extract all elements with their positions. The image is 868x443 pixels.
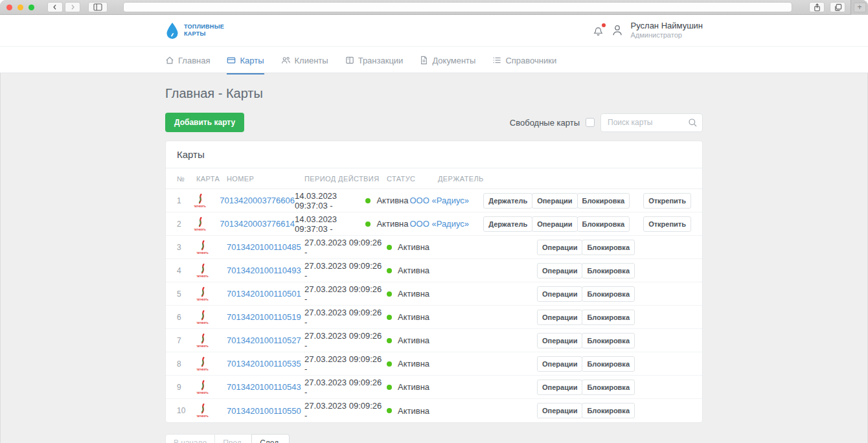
window-minimize-button[interactable] xyxy=(17,5,23,10)
action-button-block[interactable]: Блокировка xyxy=(582,403,635,418)
status-dot-icon xyxy=(387,338,392,343)
cards-panel: Карты № КАРТА НОМЕР ПЕРИОД ДЕЙСТВИЯ СТАТ… xyxy=(165,141,703,423)
action-button-operations[interactable]: Операции xyxy=(532,216,577,232)
card-period: 14.03.2023 09:37:03 - xyxy=(295,214,365,234)
action-button-block[interactable]: Блокировка xyxy=(582,380,635,395)
credit-card-icon xyxy=(227,56,236,65)
card-cell: ТАТНЕФТЬ xyxy=(196,286,227,302)
action-button-holder[interactable]: Держатель xyxy=(483,216,532,232)
col-header-card: КАРТА xyxy=(196,175,227,183)
row-actions: ОперацииБлокировка xyxy=(537,333,635,348)
card-number-link[interactable]: 7013420003776614 xyxy=(220,219,295,229)
browser-forward-button[interactable] xyxy=(65,2,80,12)
svg-text:ТАТНЕФТЬ: ТАТНЕФТЬ xyxy=(196,251,209,254)
row-actions-cell: ДержательОперацииБлокировка Открепить xyxy=(483,193,691,209)
share-icon xyxy=(813,3,821,12)
document-icon xyxy=(420,56,428,65)
nav-item-transactions[interactable]: Транзакции xyxy=(345,47,404,74)
action-button-block[interactable]: Блокировка xyxy=(577,216,630,232)
free-cards-checkbox[interactable] xyxy=(586,118,595,127)
action-button-operations[interactable]: Операции xyxy=(537,310,582,325)
share-button[interactable] xyxy=(809,2,825,12)
row-actions-cell: ОперацииБлокировка xyxy=(523,310,691,325)
status-dot-icon xyxy=(387,315,392,320)
action-button-operations[interactable]: Операции xyxy=(537,286,582,302)
window-zoom-button[interactable] xyxy=(29,5,34,10)
svg-text:ТАТНЕФТЬ: ТАТНЕФТЬ xyxy=(194,228,206,231)
holder-link[interactable]: ООО «Радиус» xyxy=(409,196,469,205)
card-number-link[interactable]: 7013420100110535 xyxy=(227,359,301,369)
status-dot-icon xyxy=(365,222,371,227)
tatneft-flame-icon: ТАТНЕФТЬ xyxy=(194,216,220,232)
holder-link[interactable]: ООО «Радиус» xyxy=(409,219,469,229)
svg-text:ТАТНЕФТЬ: ТАТНЕФТЬ xyxy=(196,391,209,394)
new-tab-button[interactable]: + xyxy=(854,3,866,12)
card-number-link[interactable]: 7013420100110543 xyxy=(227,382,301,392)
row-actions: ОперацииБлокировка xyxy=(537,263,635,278)
nav-item-documents[interactable]: Документы xyxy=(420,47,475,74)
pagination-prev-button[interactable]: Пред. xyxy=(214,434,252,443)
card-period: 27.03.2023 09:09:26 - xyxy=(304,354,387,374)
home-icon xyxy=(165,56,174,65)
user-info[interactable]: Руслан Наймушин Администратор xyxy=(631,21,703,40)
action-button-operations[interactable]: Операции xyxy=(537,403,582,418)
action-button-detach[interactable]: Открепить xyxy=(643,216,691,232)
action-button-block[interactable]: Блокировка xyxy=(582,333,635,348)
tatneft-flame-icon: ТАТНЕФТЬ xyxy=(194,193,220,209)
magnifier-icon[interactable] xyxy=(688,118,698,128)
nav-item-clients[interactable]: Клиенты xyxy=(281,47,328,74)
action-button-holder[interactable]: Держатель xyxy=(483,193,532,209)
card-cell: ТАТНЕФТЬ xyxy=(196,356,227,372)
browser-back-button[interactable] xyxy=(47,2,63,12)
row-actions-cell: ОперацииБлокировка xyxy=(523,403,691,418)
user-menu[interactable] xyxy=(611,24,624,37)
action-button-operations[interactable]: Операции xyxy=(537,333,582,348)
table-row: 10 ТАТНЕФТЬ 7013420100110550 27.03.2023 … xyxy=(166,399,702,422)
action-button-operations[interactable]: Операции xyxy=(532,193,577,209)
nav-item-references[interactable]: Справочники xyxy=(492,47,556,74)
sidebar-toggle-button[interactable] xyxy=(88,2,108,12)
pagination-first-button[interactable]: В начало xyxy=(165,434,215,443)
tatneft-flame-icon: ТАТНЕФТЬ xyxy=(196,356,227,372)
action-button-operations[interactable]: Операции xyxy=(537,380,582,395)
row-index: 7 xyxy=(177,336,196,345)
action-button-block[interactable]: Блокировка xyxy=(582,263,635,278)
svg-text:ТАТНЕФТЬ: ТАТНЕФТЬ xyxy=(196,368,209,370)
nav-item-cards[interactable]: Карты xyxy=(227,47,264,74)
action-button-operations[interactable]: Операции xyxy=(537,356,582,372)
card-number-link[interactable]: 7013420100110519 xyxy=(227,312,301,322)
table-row: 9 ТАТНЕФТЬ 7013420100110543 27.03.2023 0… xyxy=(166,376,702,399)
nav-item-home[interactable]: Главная xyxy=(165,47,210,74)
tab-overview-button[interactable] xyxy=(830,2,845,12)
action-button-detach[interactable]: Открепить xyxy=(643,193,691,209)
action-button-operations[interactable]: Операции xyxy=(537,240,582,255)
address-bar[interactable] xyxy=(123,2,792,12)
svg-text:ТАТНЕФТЬ: ТАТНЕФТЬ xyxy=(196,321,209,324)
card-number-link[interactable]: 7013420100110550 xyxy=(227,406,301,416)
row-actions-cell: ДержательОперацииБлокировка Открепить xyxy=(483,216,691,232)
action-button-block[interactable]: Блокировка xyxy=(582,310,635,325)
card-number-link[interactable]: 7013420100110493 xyxy=(227,266,301,275)
add-card-button[interactable]: Добавить карту xyxy=(165,113,244,132)
action-button-block[interactable]: Блокировка xyxy=(582,356,635,372)
notifications-button[interactable] xyxy=(593,25,604,36)
action-button-block[interactable]: Блокировка xyxy=(577,193,630,209)
card-number-link[interactable]: 7013420100110527 xyxy=(227,335,301,345)
action-button-block[interactable]: Блокировка xyxy=(582,240,635,255)
tatneft-flame-icon: ТАТНЕФТЬ xyxy=(196,403,227,418)
detach-slot: Открепить xyxy=(643,216,691,232)
card-number-link[interactable]: 7013420100110485 xyxy=(227,242,301,252)
page-title: Главная - Карты xyxy=(165,86,703,101)
col-header-period: ПЕРИОД ДЕЙСТВИЯ xyxy=(304,175,387,183)
row-actions: ДержательОперацииБлокировка xyxy=(483,216,630,232)
col-header-holder: ДЕРЖАТЕЛЬ xyxy=(438,175,523,183)
pagination-next-button[interactable]: След. xyxy=(251,434,289,443)
card-number-link[interactable]: 7013420003776606 xyxy=(220,196,295,205)
action-button-operations[interactable]: Операции xyxy=(537,263,582,278)
app-logo[interactable]: Топливные Карты xyxy=(165,22,224,40)
window-close-button[interactable] xyxy=(6,5,12,10)
card-number-link[interactable]: 7013420100110501 xyxy=(227,289,301,299)
row-actions-cell: ОперацииБлокировка xyxy=(523,380,691,395)
action-button-block[interactable]: Блокировка xyxy=(582,286,635,302)
tatneft-flame-icon: ТАТНЕФТЬ xyxy=(196,240,227,255)
